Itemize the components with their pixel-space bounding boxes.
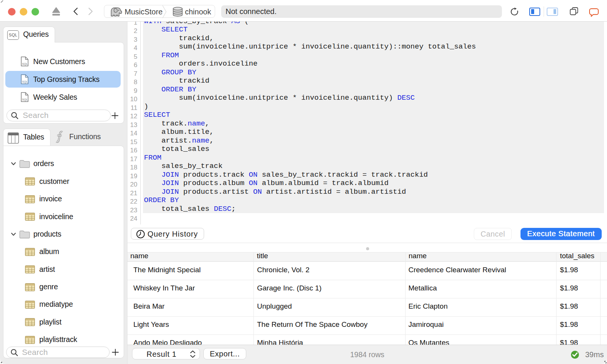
svg-text:SQL: SQL (22, 80, 28, 83)
svg-text:SQL: SQL (22, 62, 28, 65)
svg-text:SQL: SQL (22, 97, 28, 101)
